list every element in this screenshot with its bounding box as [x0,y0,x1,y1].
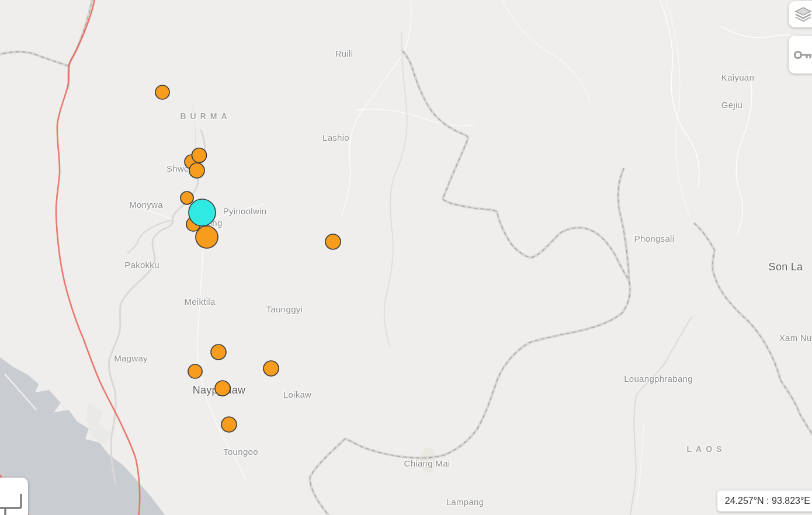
earthquake-marker-orange[interactable] [192,148,207,163]
earthquake-marker-orange[interactable] [215,381,230,396]
earthquake-markers-layer [0,0,812,515]
layers-button[interactable] [789,1,812,27]
earthquake-marker-orange[interactable] [155,85,169,99]
layers-icon [793,6,812,23]
earthquake-marker-orange[interactable] [221,417,237,432]
map-viewport[interactable]: RuiliKaiyuanGejiuBURMALashioShweboMonywa… [0,0,812,515]
cursor-coordinates: 24.257°N : 93.823°E [717,490,812,511]
earthquake-marker-orange[interactable] [196,226,218,248]
scale-icon [0,478,28,515]
key-icon [793,46,812,64]
earthquake-marker-orange[interactable] [325,234,341,249]
earthquake-marker-orange[interactable] [189,163,204,178]
earthquake-marker-orange[interactable] [188,364,202,378]
earthquake-marker-orange[interactable] [263,361,279,376]
legend-key-button[interactable] [789,36,812,74]
earthquake-marker-cyan[interactable] [189,199,216,226]
earthquake-marker-orange[interactable] [211,345,226,360]
earthquake-marker-orange[interactable] [181,192,193,204]
scale-control [0,478,28,515]
